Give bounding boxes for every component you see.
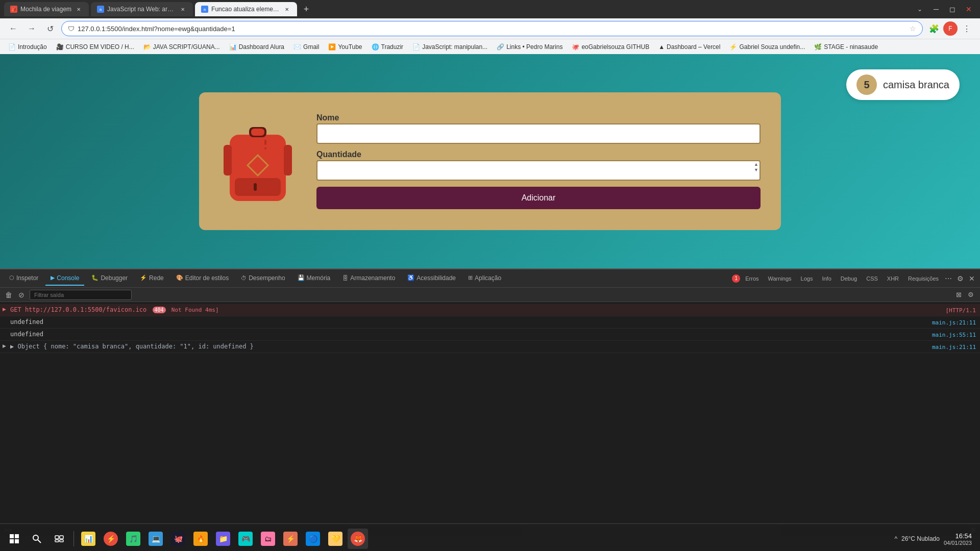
dt-tab-erros[interactable]: Erros bbox=[741, 273, 763, 284]
forward-button[interactable]: → bbox=[24, 21, 39, 36]
restore-button[interactable]: ◻ bbox=[945, 2, 960, 16]
http-error-badge: 404 bbox=[153, 307, 166, 313]
tray-weather[interactable]: 26°C Nublado bbox=[901, 535, 940, 542]
bookmark-javascript[interactable]: 📂 JAVA SCRIPT/GUANA... bbox=[139, 42, 224, 52]
filter-icon-2[interactable]: ⚙ bbox=[966, 290, 976, 299]
filter-icon-1[interactable]: ⊠ bbox=[954, 290, 964, 299]
tab1-label: Mochila de viagem bbox=[20, 6, 71, 13]
reload-button[interactable]: ↺ bbox=[43, 21, 57, 36]
address-text: 127.0.0.1:5500/index.html?nome=ewg&quant… bbox=[78, 25, 906, 33]
back-button[interactable]: ← bbox=[6, 21, 20, 36]
console-source-4: main.js:21:11 bbox=[930, 343, 980, 352]
minimize-button[interactable]: ─ bbox=[929, 2, 943, 16]
row-indicator-2 bbox=[0, 317, 8, 327]
new-tab-button[interactable]: + bbox=[299, 2, 313, 16]
console-row-3: undefined main.js:55:11 bbox=[0, 329, 980, 341]
weather-desc: Nublado bbox=[917, 535, 940, 542]
dt-tab-debug[interactable]: Debug bbox=[837, 273, 861, 284]
dt-tab-warnings[interactable]: Warnings bbox=[764, 273, 796, 284]
row-indicator-4: ▶ bbox=[0, 342, 8, 352]
extensions-icon[interactable]: 🧩 bbox=[927, 21, 941, 36]
bookmark-gabriel[interactable]: ⚡ Gabriel Souza undefin... bbox=[725, 42, 809, 52]
close-button[interactable]: ✕ bbox=[962, 2, 976, 16]
bookmark-stage[interactable]: 🌿 STAGE - ninasaude bbox=[810, 42, 882, 52]
taskbar-app-6[interactable]: 🔥 bbox=[190, 529, 211, 549]
tab-1[interactable]: 🎒 Mochila de viagem ✕ bbox=[4, 2, 89, 16]
taskbar-app-4[interactable]: 💻 bbox=[145, 529, 166, 549]
taskbar-app-5[interactable]: 🐙 bbox=[168, 529, 188, 549]
bookmark-introducao[interactable]: 📄 Introdução bbox=[4, 42, 51, 52]
bookmark-gmail[interactable]: ✉️ Gmail bbox=[289, 42, 323, 52]
devtools-tab-memoria[interactable]: 💾 Memória bbox=[292, 271, 336, 286]
qty-up-icon[interactable]: ▲ bbox=[754, 162, 758, 167]
tab2-close[interactable]: ✕ bbox=[179, 5, 187, 13]
taskbar-app-1[interactable]: 📊 bbox=[78, 529, 99, 549]
taskbar-start-icon[interactable] bbox=[4, 529, 24, 549]
bookmark-star-icon[interactable]: ☆ bbox=[910, 24, 916, 33]
security-icon: 🛡 bbox=[68, 25, 75, 33]
desempenho-label: Desempenho bbox=[249, 274, 285, 282]
taskbar-app-12[interactable]: 💛 bbox=[325, 529, 346, 549]
dt-tab-xhr[interactable]: XHR bbox=[883, 273, 903, 284]
tab1-close[interactable]: ✕ bbox=[75, 5, 83, 13]
bookmark-github[interactable]: 🐙 eoGabrielsouza GITHUB bbox=[568, 42, 653, 52]
bookmark-js-manipulan[interactable]: 📄 JavaScript: manipulan... bbox=[408, 42, 492, 52]
bookmark-traduzir[interactable]: 🌐 Traduzir bbox=[368, 42, 408, 52]
bookmark-icon: ▶️ bbox=[328, 43, 336, 51]
tray-chevron[interactable]: ^ bbox=[894, 535, 897, 542]
devtools-tab-desempenho[interactable]: ⏱ Desempenho bbox=[236, 271, 290, 286]
devtools-close-icon[interactable]: ✕ bbox=[968, 273, 976, 284]
taskbar-app-8[interactable]: 🎮 bbox=[235, 529, 256, 549]
tab-2[interactable]: a JavaScript na Web: armazenan... ✕ bbox=[91, 2, 193, 16]
devtools-tab-aplicacao[interactable]: ⊞ Aplicação bbox=[463, 271, 506, 286]
devtools-more-icon[interactable]: ⋯ bbox=[944, 273, 953, 284]
taskbar-app-10[interactable]: ⚡ bbox=[280, 529, 301, 549]
devtools-tab-rede[interactable]: ⚡ Rede bbox=[135, 271, 169, 286]
dt-tab-requisicoes[interactable]: Requisições bbox=[904, 273, 943, 284]
trash-icon[interactable]: 🗑 bbox=[4, 290, 13, 300]
bookmark-cursovideo[interactable]: 🎥 CURSO EM VIDEO / H... bbox=[52, 42, 138, 52]
bookmark-label: CURSO EM VIDEO / H... bbox=[66, 43, 134, 51]
devtools-tab-editor[interactable]: 🎨 Editor de estilos bbox=[171, 271, 234, 286]
taskbar-app-11[interactable]: 🔵 bbox=[303, 529, 323, 549]
devtools-tab-debugger[interactable]: 🐛 Debugger bbox=[86, 271, 133, 286]
taskbar-search-icon[interactable] bbox=[27, 529, 47, 549]
devtools-tab-armazenamento[interactable]: 🗄 Armazenamento bbox=[337, 271, 400, 286]
nome-input[interactable] bbox=[316, 123, 761, 144]
taskbar-app-9[interactable]: 🗂 bbox=[258, 529, 278, 549]
bookmark-vercel[interactable]: ▲ Dashboard – Vercel bbox=[654, 42, 724, 52]
taskbar: 📊 ⚡ 🎵 💻 🐙 🔥 📁 🎮 🗂 ⚡ 🔵 💛 🦊 ^ 26°C Nublado bbox=[0, 527, 980, 551]
devtools-tab-inspector[interactable]: ⬡ Inspetor bbox=[4, 271, 43, 286]
dt-tab-info[interactable]: Info bbox=[818, 273, 835, 284]
bookmark-dashboard-alura[interactable]: 📊 Dashboard Alura bbox=[225, 42, 288, 52]
address-input-wrap[interactable]: 🛡 127.0.0.1:5500/index.html?nome=ewg&qua… bbox=[61, 21, 923, 36]
svg-rect-13 bbox=[15, 539, 19, 543]
add-button[interactable]: Adicionar bbox=[316, 187, 761, 209]
devtools-tab-console[interactable]: ▶ Console bbox=[45, 271, 84, 286]
tab3-label: Funcao atualiza elemento atu... bbox=[211, 6, 280, 13]
tab-search-button[interactable]: ⌄ bbox=[913, 2, 927, 16]
quantidade-input[interactable] bbox=[316, 160, 761, 181]
page-content: 5 camisa branca bbox=[0, 54, 980, 268]
expand-icon[interactable]: ▶ bbox=[3, 343, 6, 348]
bookmark-youtube[interactable]: ▶️ YouTube bbox=[324, 42, 366, 52]
qty-down-icon[interactable]: ▼ bbox=[754, 168, 758, 172]
profile-icon[interactable]: F bbox=[943, 21, 958, 36]
menu-icon[interactable]: ⋮ bbox=[960, 21, 974, 36]
devtools-settings-icon[interactable]: ⚙ bbox=[956, 273, 965, 284]
tray-clock[interactable]: 16:54 04/01/2023 bbox=[944, 532, 972, 546]
taskbar-app-7[interactable]: 📁 bbox=[213, 529, 233, 549]
dt-tab-css[interactable]: CSS bbox=[862, 273, 882, 284]
dt-tab-logs[interactable]: Logs bbox=[797, 273, 817, 284]
taskbar-app-3[interactable]: 🎵 bbox=[123, 529, 143, 549]
tab3-close[interactable]: ✕ bbox=[283, 5, 291, 13]
bookmark-links-pedro[interactable]: 🔗 Links • Pedro Marins bbox=[493, 42, 567, 52]
taskbar-app-2[interactable]: ⚡ bbox=[101, 529, 121, 549]
taskbar-app-browser[interactable]: 🦊 bbox=[348, 529, 368, 549]
taskbar-task-view-icon[interactable] bbox=[49, 529, 69, 549]
filter-input[interactable] bbox=[30, 290, 132, 300]
pause-icon[interactable]: ⊘ bbox=[17, 290, 26, 300]
bookmark-icon: 📄 bbox=[8, 43, 16, 51]
tab-3[interactable]: a Funcao atualiza elemento atu... ✕ bbox=[195, 2, 297, 16]
devtools-tab-acessibilidade[interactable]: ♿ Acessibilidade bbox=[402, 271, 461, 286]
